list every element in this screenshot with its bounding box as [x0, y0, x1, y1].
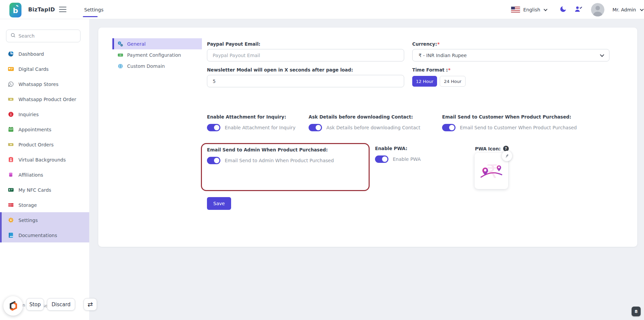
email-admin-toggle[interactable] — [207, 157, 220, 164]
pwa-pins-image: ₹ — [478, 157, 505, 185]
email-admin-group: Email Send to Admin When Product Purchas… — [207, 147, 364, 164]
sidebar-item-label: Inquiries — [18, 112, 39, 117]
settings-tab-general[interactable]: General — [112, 38, 202, 49]
pie-chart-icon — [8, 51, 14, 57]
sidebar-item-label: Dashboard — [18, 51, 44, 57]
sidebar-item-label: Storage — [18, 202, 37, 208]
brand-name: BizTapID — [28, 6, 55, 13]
enable-pwa-toggle[interactable] — [375, 155, 388, 163]
sidebar-item-dashboard[interactable]: Dashboard — [0, 46, 89, 61]
swap-arrows-icon: ⇄ — [88, 301, 93, 308]
enable-pwa-label: Enable PWA: — [375, 146, 421, 151]
pencil-icon — [505, 154, 509, 158]
settings-tab-label: General — [127, 41, 146, 47]
sidebar-item-virtual-backgrounds[interactable]: Virtual Backgrounds — [0, 152, 89, 167]
sidebar-item-documentations[interactable]: Documentations — [0, 228, 89, 243]
discard-button[interactable]: Discard — [47, 298, 75, 311]
brand-logo-letter: b — [13, 7, 18, 14]
us-flag-icon — [511, 7, 520, 12]
language-selector[interactable]: English — [511, 0, 546, 19]
enable-attachment-toggle[interactable] — [207, 124, 220, 131]
sidebar-item-whatsapp-stores[interactable]: Whatsapp Stores — [0, 77, 89, 92]
sidebar-nav: DashboardDigital CardsWhatsapp StoresWha… — [0, 46, 89, 243]
book-icon — [8, 232, 14, 238]
sidebar-item-inquiries[interactable]: Inquiries — [0, 107, 89, 122]
search-box[interactable] — [6, 30, 80, 42]
dark-mode-toggle[interactable] — [559, 0, 567, 19]
paypal-email-input[interactable] — [207, 49, 404, 61]
id-card-icon — [8, 66, 14, 72]
time-format-12-hour-button[interactable]: 12 Hour — [412, 76, 437, 87]
gear-icon — [8, 217, 14, 223]
app-root: b BizTapID Settings English — [0, 0, 644, 320]
globe-icon — [117, 63, 123, 69]
sidebar-item-label: My NFC Cards — [18, 187, 51, 193]
chevron-down-icon — [640, 7, 644, 11]
avatar[interactable] — [591, 3, 604, 16]
server-icon — [8, 202, 14, 208]
person-badge-icon — [8, 156, 14, 163]
currency-value: ₹ - INR Indian Rupee — [419, 53, 467, 58]
email-admin-text: Email Send to Admin When Product Purchas… — [225, 158, 334, 163]
user-name: Mr. Admin — [612, 7, 636, 12]
settings-tab-custom-domain[interactable]: Custom Domain — [112, 60, 202, 72]
brand-logo-icon[interactable]: b — [9, 3, 21, 17]
ask-details-toggle[interactable] — [309, 124, 322, 131]
sidebar-item-label: Whatsapp Product Order — [18, 97, 76, 102]
sidebar-item-digital-cards[interactable]: Digital Cards — [0, 61, 89, 77]
sidebar-item-affiliations[interactable]: Affiliations — [0, 167, 89, 182]
settings-tab-label: Custom Domain — [127, 63, 165, 69]
swap-button[interactable]: ⇄ — [84, 298, 97, 311]
highlight-annotation-box: Email Send to Admin When Product Purchas… — [201, 143, 370, 191]
top-header: b BizTapID Settings English — [0, 0, 644, 19]
sidebar-item-storage[interactable]: Storage — [0, 197, 89, 213]
info-circle-icon — [8, 111, 14, 118]
chevron-down-icon — [543, 7, 547, 11]
time-format-24-hour-button[interactable]: 24 Hour — [440, 76, 466, 87]
svg-text:₹: ₹ — [486, 161, 498, 182]
save-button[interactable]: Save — [207, 197, 231, 210]
currency-select[interactable]: ₹ - INR Indian Rupee — [412, 49, 609, 61]
newsletter-delay-input[interactable] — [207, 75, 404, 87]
enable-attachment-label: Enable Attachment for Inquiry: — [207, 114, 296, 120]
search-input[interactable] — [18, 33, 77, 39]
whatsapp-icon — [8, 81, 14, 87]
stop-button[interactable]: Stop — [26, 298, 44, 311]
sidebar-item-label: Product Orders — [18, 142, 54, 147]
sidebar-item-my-nfc-cards[interactable]: My NFC Cards — [0, 182, 89, 197]
pwa-icon-group: PWA Icon: ? — [475, 146, 509, 151]
required-asterisk: * — [448, 67, 450, 73]
coins-icon — [8, 172, 14, 178]
settings-tab-label: Payment Configuration — [127, 52, 181, 58]
extension-logo-button[interactable] — [3, 296, 23, 316]
sidebar: DashboardDigital CardsWhatsapp StoresWha… — [0, 19, 89, 320]
gears-icon — [117, 41, 123, 47]
email-customer-toggle[interactable] — [442, 124, 455, 131]
nfc-card-icon — [8, 187, 14, 193]
enable-attachment-group: Enable Attachment for Inquiry: Enable At… — [207, 114, 296, 131]
email-admin-label: Email Send to Admin When Product Purchas… — [207, 147, 364, 152]
edit-pwa-icon-button[interactable] — [502, 151, 512, 161]
sidebar-item-product-orders[interactable]: Product Orders — [0, 137, 89, 152]
sidebar-item-settings[interactable]: Settings — [0, 213, 89, 228]
sidebar-item-label: Settings — [18, 218, 38, 223]
chevron-down-icon — [600, 53, 604, 57]
sidebar-item-whatsapp-product-order[interactable]: Whatsapp Product Order — [0, 92, 89, 107]
banknote-green-icon — [117, 52, 123, 58]
enable-pwa-group: Enable PWA: Enable PWA — [375, 146, 421, 163]
settings-tab-payment-configuration[interactable]: Payment Configuration — [112, 49, 202, 60]
hamburger-menu-icon[interactable] — [59, 7, 66, 12]
user-status-button[interactable] — [574, 0, 583, 19]
language-label: English — [523, 7, 540, 12]
user-menu[interactable]: Mr. Admin — [612, 0, 643, 19]
sidebar-item-appointments[interactable]: Appointments — [0, 122, 89, 137]
tab-settings-label: Settings — [84, 7, 103, 12]
extension-logo-icon — [7, 300, 19, 312]
tab-settings[interactable]: Settings — [83, 0, 105, 19]
page-marker-badge[interactable]: 8 — [632, 307, 641, 316]
ask-details-group: Ask Details before downloading Contact: … — [309, 114, 420, 131]
required-asterisk: * — [437, 41, 440, 47]
currency-label: Currency:* — [412, 41, 440, 47]
newsletter-delay-label: Newsletter Modal will open in X seconds … — [207, 67, 353, 73]
sidebar-item-label: Appointments — [18, 127, 51, 132]
